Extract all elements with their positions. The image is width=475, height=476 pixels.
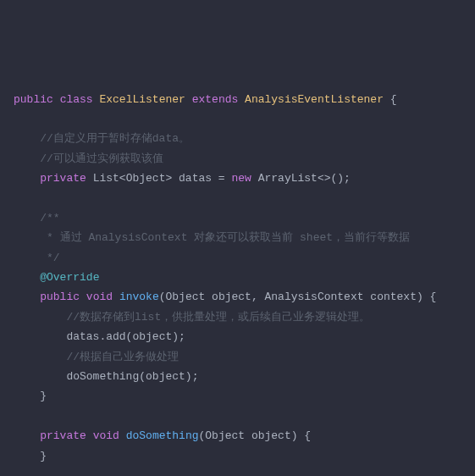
code-line: doSomething(object); bbox=[14, 370, 198, 383]
keyword-void: void bbox=[93, 429, 119, 442]
brace-close: } bbox=[14, 450, 47, 462]
keyword-public: public bbox=[14, 93, 53, 106]
comment-line: //自定义用于暂时存储data。 bbox=[14, 132, 190, 145]
equals: = bbox=[212, 172, 231, 185]
javadoc-line: * 通过 AnalysisContext 对象还可以获取当前 sheet，当前行… bbox=[14, 231, 410, 244]
brace: { bbox=[384, 93, 397, 106]
keyword-private: private bbox=[40, 429, 86, 442]
keyword-private: private bbox=[40, 172, 86, 185]
indent bbox=[14, 429, 40, 442]
keyword-class: class bbox=[60, 93, 93, 106]
params: (Object object, AnalysisContext context)… bbox=[159, 291, 437, 303]
method-name: doSomething bbox=[126, 429, 199, 442]
variable: datas bbox=[179, 172, 212, 185]
keyword-extends: extends bbox=[192, 93, 239, 106]
method-name: invoke bbox=[119, 291, 159, 303]
indent bbox=[14, 291, 40, 303]
javadoc-start: /** bbox=[14, 212, 60, 224]
space bbox=[86, 429, 93, 442]
code-line: private List<Object> datas = new ArrayLi… bbox=[14, 172, 351, 185]
keyword-new: new bbox=[231, 172, 251, 185]
annotation: @Override bbox=[40, 271, 99, 284]
code-line: public class ExcelListener extends Analy… bbox=[14, 93, 397, 106]
keyword-public: public bbox=[40, 291, 80, 303]
space bbox=[119, 429, 126, 442]
class-name: ExcelListener bbox=[99, 93, 185, 106]
constructor: ArrayList<>(); bbox=[251, 172, 351, 185]
params: (Object object) { bbox=[199, 429, 312, 442]
class-name: AnalysisEventListener bbox=[245, 93, 384, 106]
code-line: public void invoke(Object object, Analys… bbox=[14, 291, 436, 303]
code-line: private void doSomething(Object object) … bbox=[14, 429, 311, 442]
indent bbox=[14, 172, 40, 185]
code-block: public class ExcelListener extends Analy… bbox=[14, 90, 461, 476]
indent bbox=[14, 271, 40, 284]
comment-line: //可以通过实例获取该值 bbox=[14, 152, 163, 165]
code-line: @Override bbox=[14, 271, 99, 284]
space bbox=[80, 291, 86, 303]
brace-close: } bbox=[14, 390, 47, 402]
comment-line: //数据存储到list，供批量处理，或后续自己业务逻辑处理。 bbox=[14, 311, 370, 324]
keyword-void: void bbox=[86, 291, 113, 303]
code-line: datas.add(object); bbox=[14, 330, 185, 343]
space bbox=[113, 291, 119, 303]
comment-line: //根据自己业务做处理 bbox=[14, 351, 179, 363]
type: List<Object> bbox=[86, 172, 179, 185]
javadoc-end: */ bbox=[14, 252, 60, 264]
